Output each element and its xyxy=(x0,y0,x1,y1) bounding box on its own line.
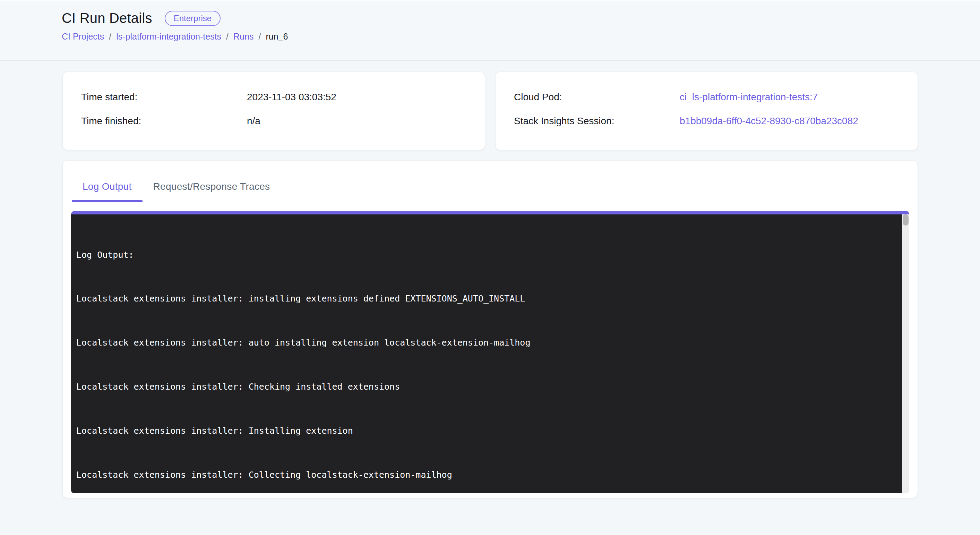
cloud-pod-link[interactable]: ci_ls-platform-integration-tests:7 xyxy=(680,91,818,103)
time-started-label: Time started: xyxy=(81,91,247,103)
log-line: Localstack extensions installer: Checkin… xyxy=(76,380,888,394)
time-started-row: Time started: 2023-11-03 03:03:52 xyxy=(81,91,485,103)
cloud-pod-label: Cloud Pod: xyxy=(514,91,680,103)
page-header: CI Run Details Enterprise CI Projects / … xyxy=(0,2,980,61)
tab-log-output[interactable]: Log Output xyxy=(72,171,143,202)
time-finished-row: Time finished: n/a xyxy=(81,115,485,127)
tab-request-response-traces[interactable]: Request/Response Traces xyxy=(143,171,281,202)
log-scrollbar-track[interactable] xyxy=(902,214,909,493)
log-line: Localstack extensions installer: Collect… xyxy=(76,468,888,482)
breadcrumb-project[interactable]: ls-platform-integration-tests xyxy=(116,32,221,41)
page-content: Time started: 2023-11-03 03:03:52 Time f… xyxy=(0,61,980,498)
time-info-card: Time started: 2023-11-03 03:03:52 Time f… xyxy=(63,72,485,150)
log-line: Localstack extensions installer: auto in… xyxy=(76,336,888,350)
console-accent-bar xyxy=(71,211,909,214)
log-line: Localstack extensions installer: install… xyxy=(76,291,888,306)
log-console[interactable]: Log Output: Localstack extensions instal… xyxy=(71,211,909,493)
page-title: CI Run Details xyxy=(62,10,152,26)
tab-bar: Log Output Request/Response Traces xyxy=(71,161,909,202)
breadcrumb-separator: / xyxy=(226,32,229,41)
time-finished-value: n/a xyxy=(247,115,261,127)
log-line: Localstack extensions installer: Install… xyxy=(76,424,888,438)
run-output-card: Log Output Request/Response Traces Log O… xyxy=(63,161,918,498)
breadcrumb: CI Projects / ls-platform-integration-te… xyxy=(62,32,980,41)
breadcrumb-runs[interactable]: Runs xyxy=(233,32,253,41)
breadcrumb-current-run: run_6 xyxy=(266,32,288,41)
breadcrumb-separator: / xyxy=(109,32,111,41)
enterprise-badge: Enterprise xyxy=(165,11,221,26)
stack-insights-session-row: Stack Insights Session: b1bb09da-6ff0-4c… xyxy=(514,115,918,127)
breadcrumb-ci-projects[interactable]: CI Projects xyxy=(62,32,104,41)
time-finished-label: Time finished: xyxy=(81,115,247,127)
log-output-text: Log Output: Localstack extensions instal… xyxy=(71,214,909,489)
log-line: Log Output: xyxy=(76,248,888,262)
stack-insights-session-label: Stack Insights Session: xyxy=(514,115,680,127)
breadcrumb-separator: / xyxy=(258,32,261,41)
stack-insights-session-link[interactable]: b1bb09da-6ff0-4c52-8930-c870ba23c082 xyxy=(680,115,858,127)
cloud-pod-row: Cloud Pod: ci_ls-platform-integration-te… xyxy=(514,91,918,103)
links-info-card: Cloud Pod: ci_ls-platform-integration-te… xyxy=(496,72,918,150)
time-started-value: 2023-11-03 03:03:52 xyxy=(247,91,336,103)
log-scrollbar-thumb[interactable] xyxy=(903,214,908,226)
